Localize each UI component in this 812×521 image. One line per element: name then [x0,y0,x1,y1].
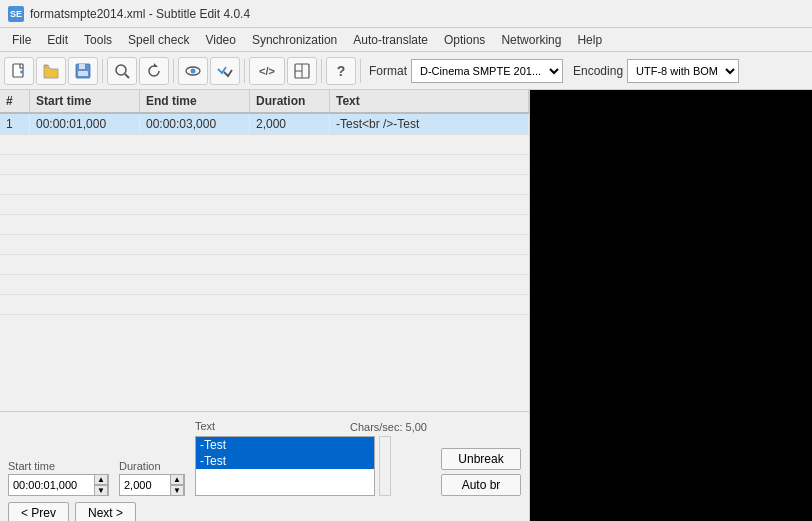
table-row-empty [0,255,529,275]
table-header: # Start time End time Duration Text [0,90,529,114]
new-button[interactable] [4,57,34,85]
menu-file[interactable]: File [4,31,39,49]
layout-button[interactable] [287,57,317,85]
check-button[interactable] [210,57,240,85]
help-button[interactable]: ? [326,57,356,85]
menu-help[interactable]: Help [569,31,610,49]
next-button[interactable]: Next > [75,502,136,521]
col-header-num: # [0,90,30,112]
start-time-label: Start time [8,460,109,472]
search-button[interactable] [107,57,137,85]
menu-bar: File Edit Tools Spell check Video Synchr… [0,28,812,52]
open-button[interactable] [36,57,66,85]
encoding-section: Encoding UTF-8 with BOM [573,59,739,83]
subtitle-table-area: # Start time End time Duration Text 1 00… [0,90,530,521]
col-header-text: Text [330,90,529,112]
duration-label: Duration [119,460,185,472]
refresh-button[interactable] [139,57,169,85]
text-input-row: -Test -Test [195,436,427,496]
start-time-down[interactable]: ▼ [94,485,108,496]
encoding-select[interactable]: UTF-8 with BOM [627,59,739,83]
menu-edit[interactable]: Edit [39,31,76,49]
cell-starttime: 00:00:01,000 [30,114,140,134]
table-row-empty [0,155,529,175]
duration-input-wrap: ▲ ▼ [119,474,185,496]
svg-point-4 [116,65,126,75]
svg-marker-6 [154,63,158,67]
separator-3 [244,59,245,83]
text-line-2: -Test [196,453,374,469]
text-label: Text [195,420,215,432]
text-display-inner: -Test -Test [195,436,375,496]
svg-rect-3 [78,71,88,76]
nav-buttons: < Prev Next > [8,502,521,521]
encoding-label: Encoding [573,64,623,78]
menu-networking[interactable]: Networking [493,31,569,49]
table-row-empty [0,275,529,295]
format-section: Format D-Cinema SMPTE 201... [369,59,563,83]
text-column: Text Chars/sec: 5,00 -Test -Test [195,420,427,496]
menu-spellcheck[interactable]: Spell check [120,31,197,49]
duration-up[interactable]: ▲ [170,474,184,485]
table-row-empty [0,235,529,255]
app-icon: SE [8,6,24,22]
text-header-row: Text Chars/sec: 5,00 [195,420,427,434]
start-time-field: Start time ▲ ▼ [8,460,109,496]
menu-options[interactable]: Options [436,31,493,49]
separator-2 [173,59,174,83]
start-time-input-wrap: ▲ ▼ [8,474,109,496]
text-display: -Test -Test [195,436,375,496]
cell-text: -Test<br />-Test [330,114,529,134]
chars-per-sec: Chars/sec: 5,00 [350,421,427,433]
text-line-1: -Test [196,437,374,453]
unbreak-button[interactable]: Unbreak [441,448,521,470]
duration-spinners: ▲ ▼ [170,474,184,496]
cell-num: 1 [0,114,30,134]
col-header-endtime: End time [140,90,250,112]
bottom-row1: Start time ▲ ▼ Duration [8,420,521,496]
cell-endtime: 00:00:03,000 [140,114,250,134]
right-action-buttons: Unbreak Auto br [441,448,521,496]
table-row-empty [0,215,529,235]
menu-tools[interactable]: Tools [76,31,120,49]
duration-input[interactable] [120,475,170,495]
table-row-empty [0,295,529,315]
menu-autotranslate[interactable]: Auto-translate [345,31,436,49]
format-select[interactable]: D-Cinema SMPTE 201... [411,59,563,83]
save-button[interactable] [68,57,98,85]
autobr-button[interactable]: Auto br [441,474,521,496]
prev-button[interactable]: < Prev [8,502,69,521]
text-scrollbar [379,436,391,496]
svg-line-5 [125,74,129,78]
col-header-starttime: Start time [30,90,140,112]
menu-video[interactable]: Video [197,31,243,49]
title-bar: SE formatsmpte2014.xml - Subtitle Edit 4… [0,0,812,28]
separator-1 [102,59,103,83]
preview-button[interactable] [178,57,208,85]
duration-down[interactable]: ▼ [170,485,184,496]
cell-duration: 2,000 [250,114,330,134]
col-header-duration: Duration [250,90,330,112]
table-body: 1 00:00:01,000 00:00:03,000 2,000 -Test<… [0,114,529,411]
toolbar: </> ? Format D-Cinema SMPTE 201... Encod… [0,52,812,90]
table-row-empty [0,175,529,195]
start-time-up[interactable]: ▲ [94,474,108,485]
format-label: Format [369,64,407,78]
window-title: formatsmpte2014.xml - Subtitle Edit 4.0.… [30,7,250,21]
duration-field: Duration ▲ ▼ [119,460,185,496]
video-area [530,90,812,521]
table-row-empty [0,195,529,215]
svg-rect-2 [79,64,85,69]
start-time-spinners: ▲ ▼ [94,474,108,496]
start-time-input[interactable] [9,475,94,495]
separator-4 [321,59,322,83]
table-row[interactable]: 1 00:00:01,000 00:00:03,000 2,000 -Test<… [0,114,529,135]
separator-5 [360,59,361,83]
table-row-empty [0,135,529,155]
code-button[interactable]: </> [249,57,285,85]
svg-point-8 [191,68,196,73]
menu-synchronization[interactable]: Synchronization [244,31,345,49]
main-area: # Start time End time Duration Text 1 00… [0,90,812,521]
bottom-panel: Start time ▲ ▼ Duration [0,411,529,521]
